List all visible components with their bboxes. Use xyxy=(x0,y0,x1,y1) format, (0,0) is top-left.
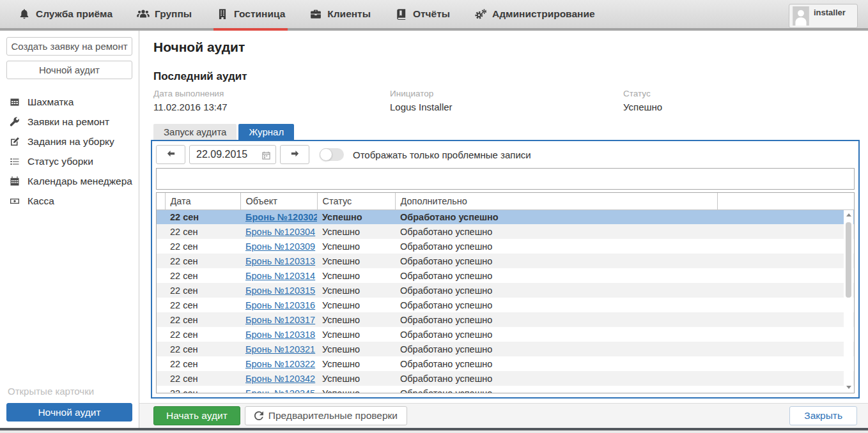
table-row[interactable]: 22 сенБронь №120318УспешноОбработано усп… xyxy=(157,327,854,342)
nav-item-reports[interactable]: Отчёты xyxy=(395,0,450,28)
cell-date: 22 сен xyxy=(165,327,240,342)
cell-object: Бронь №120314 xyxy=(240,268,317,283)
topbar: Служба приёмаГруппыГостиницаКлиентыОтчёт… xyxy=(0,0,868,31)
sidebar-item-repair-requests[interactable]: Заявки на ремонт xyxy=(0,112,139,132)
booking-link[interactable]: Бронь №120316 xyxy=(245,300,315,310)
cell-date: 22 сен xyxy=(165,268,240,283)
pencil-square-icon xyxy=(9,137,20,147)
cell-selector xyxy=(157,254,165,268)
cell-status: Успешно xyxy=(317,254,395,268)
sidebar-item-label: Шахматка xyxy=(27,96,74,108)
nav-item-reception[interactable]: Служба приёма xyxy=(18,0,112,28)
cell-selector xyxy=(157,342,165,356)
cell-object: Бронь №120317 xyxy=(240,312,317,327)
footer-bar: Начать аудит Предварительные проверки За… xyxy=(139,403,868,428)
sidebar-item-cash-desk[interactable]: Касса xyxy=(0,191,139,211)
table-row[interactable]: 22 сенБронь №120322УспешноОбработано усп… xyxy=(157,356,854,371)
cell-selector xyxy=(157,356,165,371)
table-row[interactable]: 22 сенБронь №120345УспешноОбработано усп… xyxy=(157,386,854,393)
prev-day-button[interactable] xyxy=(156,145,185,164)
cell-selector xyxy=(157,312,165,327)
journal-toolbar: Отображать только проблемные записи xyxy=(156,145,855,164)
table-row[interactable]: 22 сенБронь №120304УспешноОбработано усп… xyxy=(157,224,854,239)
scroll-down-icon[interactable] xyxy=(846,386,851,389)
booking-link[interactable]: Бронь №120318 xyxy=(245,330,315,340)
booking-link[interactable]: Бронь №120315 xyxy=(245,285,315,296)
nav-item-clients[interactable]: Клиенты xyxy=(309,0,371,28)
tab-audit-launch[interactable]: Запуск аудита xyxy=(153,124,236,140)
preliminary-checks-button[interactable]: Предварительные проверки xyxy=(245,406,407,425)
nav-item-label: Служба приёма xyxy=(36,8,112,20)
user-badge[interactable]: installer xyxy=(789,4,858,28)
next-day-button[interactable] xyxy=(280,145,309,164)
table-row[interactable]: 22 сенБронь №120315УспешноОбработано усп… xyxy=(157,283,854,298)
problem-records-toggle[interactable] xyxy=(320,148,344,161)
col-row-selector[interactable] xyxy=(157,193,165,209)
table-row[interactable]: 22 сенБронь №120302УспешноОбработано усп… xyxy=(157,209,854,224)
booking-link[interactable]: Бронь №120322 xyxy=(245,359,315,369)
cell-extra: Обработано успешно xyxy=(395,386,717,393)
night-audit-sidebar-button[interactable]: Ночной аудит xyxy=(6,61,132,79)
scroll-up-icon[interactable] xyxy=(846,213,851,216)
cell-selector xyxy=(157,209,165,224)
toggle-knob xyxy=(320,148,332,161)
sidebar-item-label: Касса xyxy=(27,195,54,207)
calendar-icon xyxy=(9,176,20,186)
table-row[interactable]: 22 сенБронь №120309УспешноОбработано усп… xyxy=(157,239,854,254)
grid-icon xyxy=(9,97,20,107)
sidebar-item-manager-calendar[interactable]: Календарь менеджера xyxy=(0,171,139,191)
sidebar-item-chessboard[interactable]: Шахматка xyxy=(0,92,139,112)
grid-group-panel xyxy=(156,168,855,190)
col-status[interactable]: Статус xyxy=(317,193,395,209)
booking-link[interactable]: Бронь №120345 xyxy=(245,388,315,394)
table-row[interactable]: 22 сенБронь №120316УспешноОбработано усп… xyxy=(157,298,854,312)
date-input[interactable] xyxy=(196,149,262,160)
booking-link[interactable]: Бронь №120304 xyxy=(245,227,315,237)
nav-item-administration[interactable]: Администрирование xyxy=(474,0,595,28)
tab-journal[interactable]: Журнал xyxy=(238,124,294,140)
col-object[interactable]: Объект xyxy=(240,193,317,209)
booking-link[interactable]: Бронь №120314 xyxy=(245,271,315,281)
table-row[interactable]: 22 сенБронь №120317УспешноОбработано усп… xyxy=(157,312,854,327)
table-row[interactable]: 22 сенБронь №120342УспешноОбработано усп… xyxy=(157,371,854,386)
cell-status: Успешно xyxy=(317,386,395,393)
cell-empty xyxy=(717,268,854,283)
table-row[interactable]: 22 сенБронь №120313УспешноОбработано усп… xyxy=(157,254,854,268)
nav-item-hotel[interactable]: Гостиница xyxy=(216,0,285,28)
calendar-small-icon[interactable] xyxy=(262,151,270,159)
cell-extra: Обработано успешно xyxy=(395,254,717,268)
cell-selector xyxy=(157,386,165,393)
vertical-scrollbar[interactable] xyxy=(844,210,853,392)
last-audit-heading: Последний аудит xyxy=(153,70,868,83)
sidebar-item-cleaning-tasks[interactable]: Задания на уборку xyxy=(0,132,139,151)
page-title: Ночной аудит xyxy=(153,40,868,55)
cell-selector xyxy=(157,224,165,239)
scrollbar-thumb[interactable] xyxy=(846,222,851,298)
col-extra[interactable]: Дополнительно xyxy=(395,193,717,209)
cell-extra: Обработано успешно xyxy=(395,283,717,298)
booking-link[interactable]: Бронь №120342 xyxy=(245,374,315,384)
create-repair-request-button[interactable]: Создать заявку на ремонт xyxy=(6,37,132,56)
audit-tabs: Запуск аудита Журнал xyxy=(153,124,868,140)
booking-link[interactable]: Бронь №120309 xyxy=(245,241,315,252)
col-date[interactable]: Дата xyxy=(165,193,240,209)
cell-empty xyxy=(717,209,854,224)
booking-link[interactable]: Бронь №120317 xyxy=(245,315,315,325)
booking-link[interactable]: Бронь №120302 xyxy=(245,212,317,222)
start-audit-button[interactable]: Начать аудит xyxy=(153,406,240,425)
sidebar-item-cleaning-status[interactable]: Статус уборки xyxy=(0,151,139,171)
booking-link[interactable]: Бронь №120313 xyxy=(245,256,315,266)
sidebar-item-label: Статус уборки xyxy=(27,156,93,167)
close-button[interactable]: Закрыть xyxy=(789,406,857,425)
open-card-night-audit[interactable]: Ночной аудит xyxy=(6,403,132,422)
table-row[interactable]: 22 сенБронь №120314УспешноОбработано усп… xyxy=(157,268,854,283)
cell-empty xyxy=(717,298,854,312)
cell-extra: Обработано успешно xyxy=(395,342,717,356)
building-icon xyxy=(216,8,229,20)
cell-empty xyxy=(717,386,854,393)
table-row[interactable]: 22 сенБронь №120321УспешноОбработано усп… xyxy=(157,342,854,356)
arrow-right-icon xyxy=(290,149,300,161)
nav-item-groups[interactable]: Группы xyxy=(137,0,192,28)
cell-selector xyxy=(157,268,165,283)
booking-link[interactable]: Бронь №120321 xyxy=(245,344,315,354)
